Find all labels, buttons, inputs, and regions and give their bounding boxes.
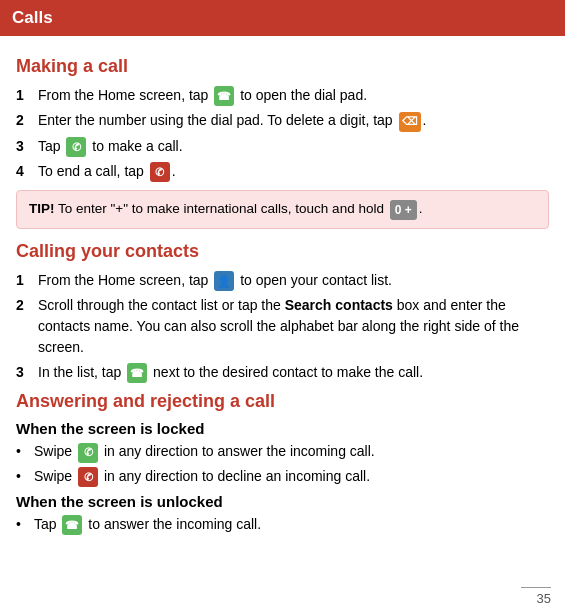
tip-text: To enter "+" to make international calls… bbox=[58, 201, 422, 216]
section-calling-contacts-title: Calling your contacts bbox=[16, 241, 549, 262]
delete-digit-icon: ⌫ bbox=[399, 112, 421, 132]
page-number: 35 bbox=[537, 591, 551, 606]
zero-plus-badge: 0 + bbox=[390, 200, 417, 220]
tip-label: TIP! bbox=[29, 201, 55, 216]
content-area: Making a call 1 From the Home screen, ta… bbox=[0, 36, 565, 551]
end-call-icon: ✆ bbox=[150, 162, 170, 182]
page-header: Calls bbox=[0, 0, 565, 36]
locked-bullet-2: • Swipe ✆ in any direction to decline an… bbox=[16, 466, 549, 487]
header-title: Calls bbox=[12, 8, 53, 27]
unlocked-bullets: • Tap ☎ to answer the incoming call. bbox=[16, 514, 549, 535]
making-a-call-steps: 1 From the Home screen, tap ☎ to open th… bbox=[16, 85, 549, 182]
step-3: 3 Tap ✆ to make a call. bbox=[16, 136, 549, 157]
dial-pad-icon: ☎ bbox=[214, 86, 234, 106]
unlocked-bullet-1: • Tap ☎ to answer the incoming call. bbox=[16, 514, 549, 535]
search-contacts-bold: Search contacts bbox=[285, 297, 393, 313]
contacts-step-1: 1 From the Home screen, tap 👤 to open yo… bbox=[16, 270, 549, 291]
locked-bullets: • Swipe ✆ in any direction to answer the… bbox=[16, 441, 549, 487]
section-making-a-call-title: Making a call bbox=[16, 56, 549, 77]
contacts-step-2: 2 Scroll through the contact list or tap… bbox=[16, 295, 549, 358]
step-1: 1 From the Home screen, tap ☎ to open th… bbox=[16, 85, 549, 106]
swipe-decline-icon: ✆ bbox=[78, 467, 98, 487]
contacts-list-icon: 👤 bbox=[214, 271, 234, 291]
section-answering-title: Answering and rejecting a call bbox=[16, 391, 549, 412]
swipe-answer-icon: ✆ bbox=[78, 443, 98, 463]
locked-bullet-1: • Swipe ✆ in any direction to answer the… bbox=[16, 441, 549, 462]
subsection-screen-locked: When the screen is locked bbox=[16, 420, 549, 437]
subsection-screen-unlocked: When the screen is unlocked bbox=[16, 493, 549, 510]
page-divider bbox=[521, 587, 551, 588]
calling-contacts-steps: 1 From the Home screen, tap 👤 to open yo… bbox=[16, 270, 549, 384]
contacts-step-3: 3 In the list, tap ☎ next to the desired… bbox=[16, 362, 549, 383]
list-call-icon: ☎ bbox=[127, 363, 147, 383]
tap-answer-icon: ☎ bbox=[62, 515, 82, 535]
step-4: 4 To end a call, tap ✆. bbox=[16, 161, 549, 182]
tip-box: TIP! To enter "+" to make international … bbox=[16, 190, 549, 228]
make-call-icon: ✆ bbox=[66, 137, 86, 157]
step-2: 2 Enter the number using the dial pad. T… bbox=[16, 110, 549, 131]
